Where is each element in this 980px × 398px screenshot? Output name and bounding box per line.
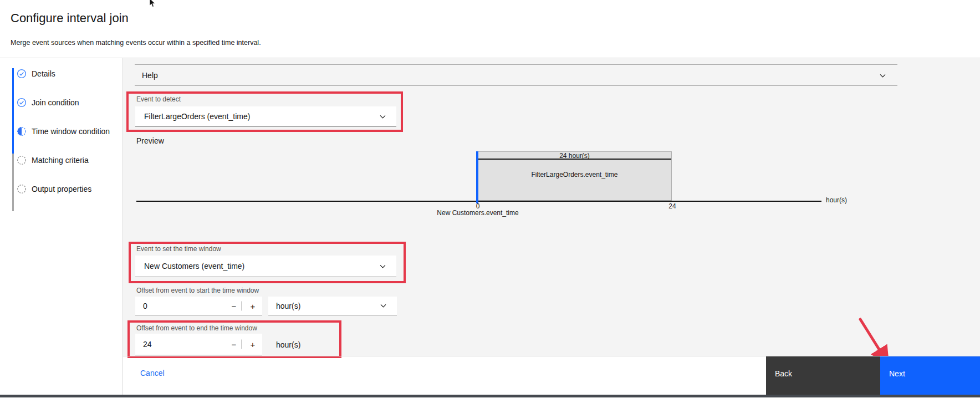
window-duration-label: 24 hour(s) bbox=[477, 152, 672, 160]
window-event-label: FilterLargeOrders.event_time bbox=[477, 171, 672, 178]
offset-start-input[interactable]: 0 − + bbox=[135, 297, 262, 315]
mouse-cursor-icon bbox=[148, 0, 156, 8]
step-matching-criteria[interactable]: Matching criteria bbox=[17, 155, 89, 165]
timeline-axis bbox=[136, 201, 821, 202]
progress-track-pending bbox=[12, 154, 14, 211]
preview-label: Preview bbox=[136, 136, 164, 145]
event-to-detect-dropdown[interactable]: FilterLargeOrders (event_time) bbox=[135, 106, 396, 127]
event-to-set-window-dropdown[interactable]: New Customers (event_time) bbox=[135, 256, 396, 277]
bottom-window-edge bbox=[0, 395, 980, 397]
step-label: Details bbox=[32, 69, 55, 78]
decrement-button[interactable]: − bbox=[227, 340, 241, 349]
step-label: Time window condition bbox=[32, 127, 110, 136]
configure-interval-join-dialog: Configure interval join Merge event sour… bbox=[0, 0, 980, 398]
event-to-detect-value: FilterLargeOrders (event_time) bbox=[144, 112, 250, 121]
step-current-icon bbox=[17, 126, 27, 136]
step-label: Matching criteria bbox=[32, 156, 89, 165]
increment-button[interactable]: + bbox=[246, 301, 259, 310]
offset-start-unit-dropdown[interactable]: hour(s) bbox=[268, 297, 397, 315]
stepper-divider bbox=[241, 301, 242, 310]
offset-end-input[interactable]: 24 − + bbox=[135, 334, 262, 355]
step-incomplete-icon bbox=[17, 155, 27, 165]
page-subtitle: Merge event sources when matching events… bbox=[11, 39, 261, 47]
step-join-condition[interactable]: Join condition bbox=[17, 98, 79, 108]
event-to-set-window-label: Event to set the time window bbox=[136, 245, 221, 253]
progress-track-active bbox=[12, 68, 14, 154]
axis-unit-label: hour(s) bbox=[826, 196, 847, 204]
help-accordion-label: Help bbox=[142, 71, 158, 80]
step-details[interactable]: Details bbox=[17, 69, 55, 79]
chevron-down-icon bbox=[380, 302, 387, 309]
chevron-down-icon bbox=[879, 72, 886, 79]
chevron-down-icon bbox=[379, 263, 386, 270]
step-complete-icon bbox=[17, 98, 27, 108]
offset-end-value: 24 bbox=[143, 340, 152, 349]
back-button[interactable]: Back bbox=[766, 356, 880, 395]
offset-start-unit-value: hour(s) bbox=[276, 302, 300, 310]
chevron-down-icon bbox=[379, 113, 386, 120]
event-to-detect-label: Event to detect bbox=[136, 95, 181, 103]
cancel-button[interactable]: Cancel bbox=[140, 369, 165, 377]
step-label: Join condition bbox=[32, 98, 79, 107]
offset-start-label: Offset from event to start the time wind… bbox=[136, 287, 259, 294]
decrement-button[interactable]: − bbox=[227, 301, 241, 310]
axis-event-label: New Customers.event_time bbox=[422, 209, 533, 217]
page-title: Configure interval join bbox=[11, 11, 129, 25]
step-incomplete-icon bbox=[17, 184, 27, 194]
step-label: Output properties bbox=[32, 185, 91, 193]
stepper-divider bbox=[241, 340, 242, 349]
axis-tick-end: 24 bbox=[665, 202, 680, 210]
step-output-properties[interactable]: Output properties bbox=[17, 184, 91, 194]
increment-button[interactable]: + bbox=[246, 340, 259, 349]
help-accordion[interactable]: Help bbox=[135, 64, 897, 86]
step-complete-icon bbox=[17, 69, 27, 79]
event-to-set-window-value: New Customers (event_time) bbox=[144, 262, 244, 271]
offset-end-label: Offset from event to end the time window bbox=[136, 324, 257, 332]
offset-start-value: 0 bbox=[143, 302, 147, 310]
offset-end-unit-label: hour(s) bbox=[276, 340, 300, 349]
sidebar-divider bbox=[122, 58, 123, 395]
next-button[interactable]: Next bbox=[880, 356, 980, 395]
step-time-window-condition[interactable]: Time window condition bbox=[17, 126, 110, 136]
